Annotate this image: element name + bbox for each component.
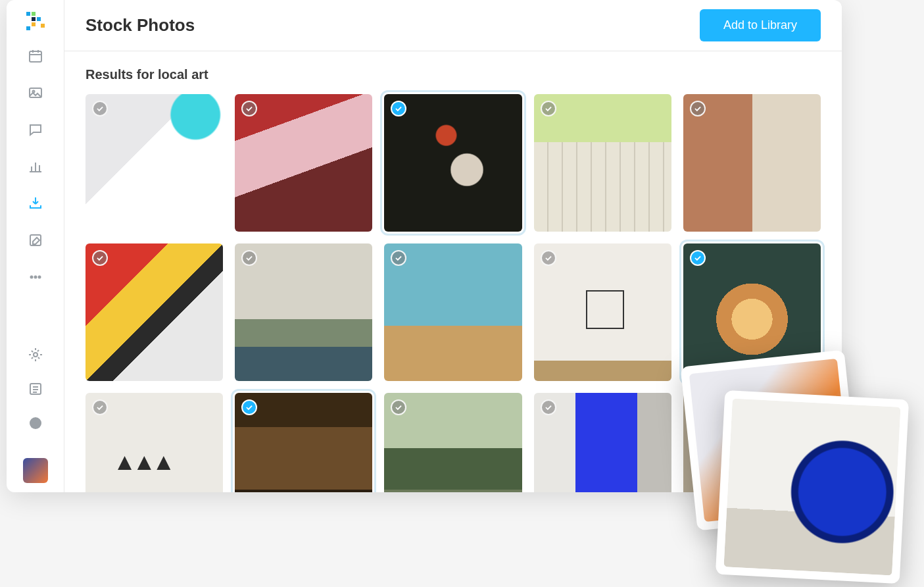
svg-rect-4 [32, 22, 36, 26]
select-toggle[interactable] [690, 101, 706, 116]
thumbnail[interactable] [235, 393, 372, 492]
thumbnail[interactable] [534, 94, 671, 232]
select-toggle[interactable] [92, 101, 108, 116]
select-toggle[interactable] [241, 399, 257, 415]
check-icon [544, 403, 553, 412]
preview-card[interactable] [716, 390, 909, 584]
check-icon [394, 403, 403, 412]
app-logo[interactable] [24, 9, 47, 33]
sidebar-item-list[interactable] [26, 379, 45, 399]
preview-image [723, 398, 900, 575]
thumbnail[interactable] [85, 393, 223, 492]
sidebar-item-compose[interactable] [26, 230, 45, 250]
select-toggle[interactable] [541, 101, 556, 116]
check-icon [693, 253, 702, 263]
check-icon [95, 104, 105, 113]
check-icon [95, 403, 105, 412]
list-icon [28, 381, 43, 397]
svg-point-19 [34, 276, 36, 278]
thumbnail[interactable] [683, 94, 821, 232]
thumbnail[interactable] [384, 94, 522, 232]
user-avatar[interactable] [23, 458, 48, 483]
help-icon: ? [28, 415, 43, 431]
select-toggle[interactable] [391, 250, 406, 266]
gear-icon [28, 347, 43, 363]
sidebar-item-settings[interactable] [26, 345, 45, 365]
sidebar-item-gallery[interactable] [26, 83, 45, 103]
calendar-icon [28, 48, 43, 64]
svg-rect-3 [37, 17, 41, 21]
select-toggle[interactable] [391, 399, 406, 415]
svg-rect-1 [32, 12, 36, 16]
thumbnail[interactable] [85, 243, 223, 381]
thumbnail[interactable] [384, 243, 522, 381]
image-icon [28, 85, 43, 101]
check-icon [245, 403, 254, 412]
thumbnail[interactable] [235, 94, 372, 232]
results-label: Results for local art [85, 67, 821, 82]
sidebar-item-help[interactable]: ? [26, 413, 45, 433]
edit-icon [28, 232, 43, 248]
check-icon [544, 104, 553, 113]
check-icon [394, 104, 403, 113]
check-icon [95, 253, 105, 263]
svg-rect-2 [32, 17, 36, 21]
check-icon [544, 253, 553, 263]
sidebar-item-more[interactable] [26, 267, 45, 287]
add-to-library-button[interactable]: Add to Library [700, 9, 821, 41]
thumbnail[interactable] [85, 94, 223, 232]
thumbnail[interactable] [534, 393, 671, 492]
select-toggle[interactable] [92, 250, 108, 266]
sidebar-item-calendar[interactable] [26, 46, 45, 66]
sidebar-item-inbox[interactable] [26, 193, 45, 213]
check-icon [245, 104, 254, 113]
bar-chart-icon [28, 159, 43, 174]
svg-point-21 [34, 353, 37, 357]
select-toggle[interactable] [92, 399, 108, 415]
svg-rect-7 [30, 51, 41, 62]
select-toggle[interactable] [690, 250, 706, 266]
svg-rect-0 [26, 12, 30, 16]
chat-icon [28, 122, 43, 138]
sidebar-item-chat[interactable] [26, 120, 45, 140]
svg-point-18 [30, 276, 32, 278]
preview-stack [689, 358, 912, 582]
sidebar-item-analytics[interactable] [26, 157, 45, 176]
check-icon [394, 253, 403, 263]
thumbnail[interactable] [384, 393, 522, 492]
select-toggle[interactable] [241, 101, 257, 116]
svg-point-20 [38, 276, 40, 278]
check-icon [245, 253, 254, 263]
header: Stock Photos Add to Library [64, 0, 842, 51]
svg-text:?: ? [33, 419, 38, 428]
sidebar-nav [26, 46, 45, 287]
download-tray-icon [28, 195, 43, 211]
svg-rect-6 [26, 26, 30, 30]
sidebar: ? [7, 0, 64, 492]
select-toggle[interactable] [391, 101, 406, 116]
thumbnail[interactable] [534, 243, 671, 381]
svg-rect-5 [41, 24, 45, 28]
select-toggle[interactable] [541, 399, 556, 415]
thumbnail[interactable] [235, 243, 372, 381]
check-icon [693, 104, 702, 113]
select-toggle[interactable] [541, 250, 556, 266]
select-toggle[interactable] [241, 250, 257, 266]
page-title: Stock Photos [85, 15, 195, 36]
more-horizontal-icon [28, 269, 43, 285]
sidebar-bottom: ? [23, 345, 48, 483]
